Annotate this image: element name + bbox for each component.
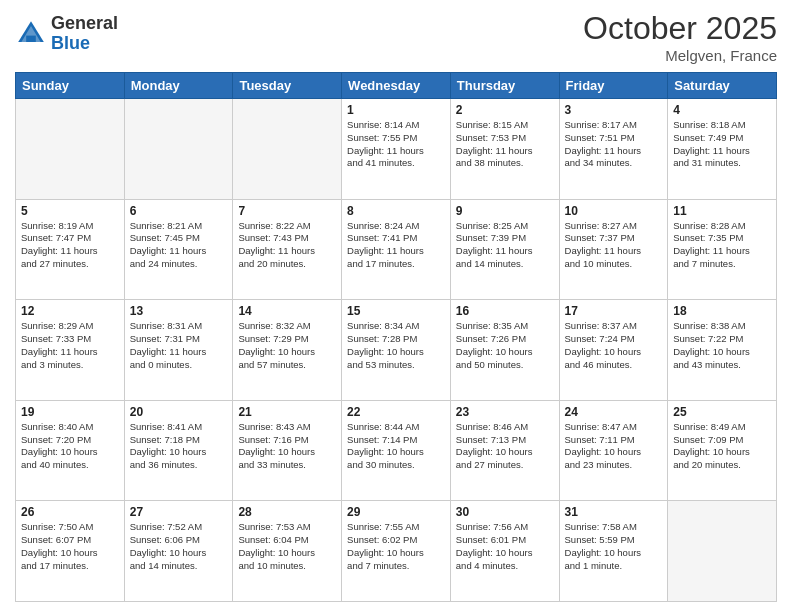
week-row-0: 1Sunrise: 8:14 AM Sunset: 7:55 PM Daylig… (16, 99, 777, 200)
day-cell: 18Sunrise: 8:38 AM Sunset: 7:22 PM Dayli… (668, 300, 777, 401)
day-number: 1 (347, 103, 445, 117)
day-number: 2 (456, 103, 554, 117)
day-cell: 2Sunrise: 8:15 AM Sunset: 7:53 PM Daylig… (450, 99, 559, 200)
day-cell: 29Sunrise: 7:55 AM Sunset: 6:02 PM Dayli… (342, 501, 451, 602)
day-header-sunday: Sunday (16, 73, 125, 99)
day-number: 16 (456, 304, 554, 318)
day-info: Sunrise: 8:49 AM Sunset: 7:09 PM Dayligh… (673, 421, 771, 472)
day-info: Sunrise: 8:37 AM Sunset: 7:24 PM Dayligh… (565, 320, 663, 371)
day-info: Sunrise: 7:50 AM Sunset: 6:07 PM Dayligh… (21, 521, 119, 572)
day-cell: 30Sunrise: 7:56 AM Sunset: 6:01 PM Dayli… (450, 501, 559, 602)
day-info: Sunrise: 8:40 AM Sunset: 7:20 PM Dayligh… (21, 421, 119, 472)
logo: General Blue (15, 14, 118, 54)
day-header-thursday: Thursday (450, 73, 559, 99)
day-info: Sunrise: 8:25 AM Sunset: 7:39 PM Dayligh… (456, 220, 554, 271)
week-row-1: 5Sunrise: 8:19 AM Sunset: 7:47 PM Daylig… (16, 199, 777, 300)
day-cell: 19Sunrise: 8:40 AM Sunset: 7:20 PM Dayli… (16, 400, 125, 501)
day-cell: 9Sunrise: 8:25 AM Sunset: 7:39 PM Daylig… (450, 199, 559, 300)
day-number: 4 (673, 103, 771, 117)
day-number: 28 (238, 505, 336, 519)
day-info: Sunrise: 7:58 AM Sunset: 5:59 PM Dayligh… (565, 521, 663, 572)
day-number: 9 (456, 204, 554, 218)
day-info: Sunrise: 8:35 AM Sunset: 7:26 PM Dayligh… (456, 320, 554, 371)
day-info: Sunrise: 8:15 AM Sunset: 7:53 PM Dayligh… (456, 119, 554, 170)
day-number: 7 (238, 204, 336, 218)
day-header-monday: Monday (124, 73, 233, 99)
day-number: 19 (21, 405, 119, 419)
day-info: Sunrise: 7:55 AM Sunset: 6:02 PM Dayligh… (347, 521, 445, 572)
day-info: Sunrise: 8:29 AM Sunset: 7:33 PM Dayligh… (21, 320, 119, 371)
day-cell: 15Sunrise: 8:34 AM Sunset: 7:28 PM Dayli… (342, 300, 451, 401)
day-cell: 1Sunrise: 8:14 AM Sunset: 7:55 PM Daylig… (342, 99, 451, 200)
day-info: Sunrise: 8:46 AM Sunset: 7:13 PM Dayligh… (456, 421, 554, 472)
day-number: 10 (565, 204, 663, 218)
day-cell: 13Sunrise: 8:31 AM Sunset: 7:31 PM Dayli… (124, 300, 233, 401)
day-info: Sunrise: 8:27 AM Sunset: 7:37 PM Dayligh… (565, 220, 663, 271)
day-number: 29 (347, 505, 445, 519)
day-number: 8 (347, 204, 445, 218)
day-info: Sunrise: 8:28 AM Sunset: 7:35 PM Dayligh… (673, 220, 771, 271)
day-cell (233, 99, 342, 200)
day-number: 23 (456, 405, 554, 419)
day-cell: 25Sunrise: 8:49 AM Sunset: 7:09 PM Dayli… (668, 400, 777, 501)
day-info: Sunrise: 8:17 AM Sunset: 7:51 PM Dayligh… (565, 119, 663, 170)
day-cell: 22Sunrise: 8:44 AM Sunset: 7:14 PM Dayli… (342, 400, 451, 501)
day-cell: 17Sunrise: 8:37 AM Sunset: 7:24 PM Dayli… (559, 300, 668, 401)
day-number: 5 (21, 204, 119, 218)
calendar-header-row: SundayMondayTuesdayWednesdayThursdayFrid… (16, 73, 777, 99)
day-cell (124, 99, 233, 200)
week-row-3: 19Sunrise: 8:40 AM Sunset: 7:20 PM Dayli… (16, 400, 777, 501)
day-cell: 24Sunrise: 8:47 AM Sunset: 7:11 PM Dayli… (559, 400, 668, 501)
day-number: 6 (130, 204, 228, 218)
day-cell: 12Sunrise: 8:29 AM Sunset: 7:33 PM Dayli… (16, 300, 125, 401)
day-cell: 21Sunrise: 8:43 AM Sunset: 7:16 PM Dayli… (233, 400, 342, 501)
location: Melgven, France (583, 47, 777, 64)
logo-general-text: General (51, 14, 118, 34)
day-cell: 16Sunrise: 8:35 AM Sunset: 7:26 PM Dayli… (450, 300, 559, 401)
day-cell (668, 501, 777, 602)
day-number: 12 (21, 304, 119, 318)
day-cell: 3Sunrise: 8:17 AM Sunset: 7:51 PM Daylig… (559, 99, 668, 200)
day-info: Sunrise: 8:44 AM Sunset: 7:14 PM Dayligh… (347, 421, 445, 472)
day-info: Sunrise: 8:41 AM Sunset: 7:18 PM Dayligh… (130, 421, 228, 472)
title-block: October 2025 Melgven, France (583, 10, 777, 64)
day-info: Sunrise: 7:56 AM Sunset: 6:01 PM Dayligh… (456, 521, 554, 572)
day-info: Sunrise: 8:21 AM Sunset: 7:45 PM Dayligh… (130, 220, 228, 271)
day-cell: 4Sunrise: 8:18 AM Sunset: 7:49 PM Daylig… (668, 99, 777, 200)
day-info: Sunrise: 8:47 AM Sunset: 7:11 PM Dayligh… (565, 421, 663, 472)
day-header-tuesday: Tuesday (233, 73, 342, 99)
day-cell: 14Sunrise: 8:32 AM Sunset: 7:29 PM Dayli… (233, 300, 342, 401)
day-cell: 31Sunrise: 7:58 AM Sunset: 5:59 PM Dayli… (559, 501, 668, 602)
day-cell: 26Sunrise: 7:50 AM Sunset: 6:07 PM Dayli… (16, 501, 125, 602)
day-number: 18 (673, 304, 771, 318)
day-number: 27 (130, 505, 228, 519)
day-info: Sunrise: 7:53 AM Sunset: 6:04 PM Dayligh… (238, 521, 336, 572)
day-info: Sunrise: 8:19 AM Sunset: 7:47 PM Dayligh… (21, 220, 119, 271)
day-cell: 11Sunrise: 8:28 AM Sunset: 7:35 PM Dayli… (668, 199, 777, 300)
day-header-saturday: Saturday (668, 73, 777, 99)
page: General Blue October 2025 Melgven, Franc… (0, 0, 792, 612)
day-info: Sunrise: 8:43 AM Sunset: 7:16 PM Dayligh… (238, 421, 336, 472)
day-cell (16, 99, 125, 200)
logo-blue-text: Blue (51, 34, 118, 54)
day-number: 31 (565, 505, 663, 519)
day-number: 26 (21, 505, 119, 519)
day-cell: 23Sunrise: 8:46 AM Sunset: 7:13 PM Dayli… (450, 400, 559, 501)
day-info: Sunrise: 8:14 AM Sunset: 7:55 PM Dayligh… (347, 119, 445, 170)
day-number: 22 (347, 405, 445, 419)
day-number: 25 (673, 405, 771, 419)
day-info: Sunrise: 8:38 AM Sunset: 7:22 PM Dayligh… (673, 320, 771, 371)
day-number: 15 (347, 304, 445, 318)
day-cell: 20Sunrise: 8:41 AM Sunset: 7:18 PM Dayli… (124, 400, 233, 501)
week-row-4: 26Sunrise: 7:50 AM Sunset: 6:07 PM Dayli… (16, 501, 777, 602)
day-number: 13 (130, 304, 228, 318)
day-cell: 5Sunrise: 8:19 AM Sunset: 7:47 PM Daylig… (16, 199, 125, 300)
day-cell: 28Sunrise: 7:53 AM Sunset: 6:04 PM Dayli… (233, 501, 342, 602)
day-number: 14 (238, 304, 336, 318)
svg-rect-2 (26, 35, 36, 41)
logo-text: General Blue (51, 14, 118, 54)
day-cell: 10Sunrise: 8:27 AM Sunset: 7:37 PM Dayli… (559, 199, 668, 300)
day-cell: 6Sunrise: 8:21 AM Sunset: 7:45 PM Daylig… (124, 199, 233, 300)
day-header-wednesday: Wednesday (342, 73, 451, 99)
day-cell: 7Sunrise: 8:22 AM Sunset: 7:43 PM Daylig… (233, 199, 342, 300)
